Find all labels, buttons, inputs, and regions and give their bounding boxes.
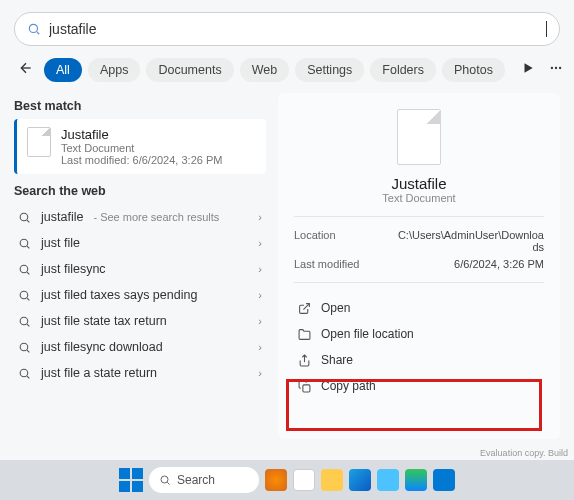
taskbar: Search xyxy=(0,460,574,500)
svg-point-7 xyxy=(20,213,28,221)
tab-photos[interactable]: Photos xyxy=(442,58,505,82)
svg-line-12 xyxy=(27,272,29,274)
chevron-right-icon: › xyxy=(258,211,262,223)
svg-line-25 xyxy=(167,482,169,484)
web-result-text: just file state tax return xyxy=(41,314,167,328)
tab-folders[interactable]: Folders xyxy=(370,58,436,82)
svg-point-15 xyxy=(20,317,28,325)
web-result-text: just filesync download xyxy=(41,340,163,354)
best-match-result[interactable]: Justafile Text Document Last modified: 6… xyxy=(14,119,266,174)
open-icon xyxy=(298,302,311,315)
text-caret xyxy=(546,21,547,37)
file-icon xyxy=(27,127,51,157)
taskbar-search-label: Search xyxy=(177,473,215,487)
web-result[interactable]: just file state tax return› xyxy=(14,308,266,334)
preview-pane: Justafile Text Document Location C:\User… xyxy=(278,93,560,439)
svg-line-1 xyxy=(37,32,40,35)
taskbar-app-icon[interactable] xyxy=(377,469,399,491)
web-result[interactable]: just filesync› xyxy=(14,256,266,282)
search-web-heading: Search the web xyxy=(14,184,266,198)
divider xyxy=(294,216,544,217)
svg-point-24 xyxy=(161,476,168,483)
web-result-text: just filesync xyxy=(41,262,106,276)
chevron-right-icon: › xyxy=(258,263,262,275)
ellipsis-icon xyxy=(549,61,563,75)
back-button[interactable] xyxy=(14,56,38,83)
meta-location: Location C:\Users\AdminUser\Downloads xyxy=(294,229,544,253)
svg-point-11 xyxy=(20,265,28,273)
svg-line-8 xyxy=(27,220,29,222)
search-icon xyxy=(18,263,31,276)
folder-icon xyxy=(298,328,311,341)
search-bar[interactable] xyxy=(14,12,560,46)
action-open-location[interactable]: Open file location xyxy=(294,321,544,347)
best-match-heading: Best match xyxy=(14,99,266,113)
start-button[interactable] xyxy=(119,468,143,492)
taskbar-search[interactable]: Search xyxy=(149,467,259,493)
taskbar-app-icon[interactable] xyxy=(265,469,287,491)
search-icon xyxy=(18,289,31,302)
tab-all[interactable]: All xyxy=(44,58,82,82)
svg-line-21 xyxy=(303,303,309,309)
svg-point-0 xyxy=(29,24,37,32)
chevron-right-icon: › xyxy=(258,367,262,379)
play-icon xyxy=(521,61,535,75)
start-search-panel: All Apps Documents Web Settings Folders … xyxy=(0,0,574,460)
taskbar-store-icon[interactable] xyxy=(405,469,427,491)
web-result[interactable]: just filed taxes says pending› xyxy=(14,282,266,308)
actions-list: Open Open file location Share Copy path xyxy=(294,295,544,399)
web-result[interactable]: justafile- See more search results › xyxy=(14,204,266,230)
results-left-column: Best match Justafile Text Document Last … xyxy=(14,93,266,439)
preview-header: Justafile Text Document xyxy=(294,109,544,204)
svg-point-13 xyxy=(20,291,28,299)
web-result[interactable]: just file› xyxy=(14,230,266,256)
search-icon xyxy=(18,237,31,250)
taskbar-app-icon[interactable] xyxy=(293,469,315,491)
chevron-right-icon: › xyxy=(258,341,262,353)
more-button[interactable] xyxy=(545,57,567,82)
watermark-text: Evaluation copy. Build xyxy=(480,448,568,458)
taskbar-app-icon[interactable] xyxy=(433,469,455,491)
search-input[interactable] xyxy=(49,21,546,37)
search-icon xyxy=(159,474,171,486)
action-share[interactable]: Share xyxy=(294,347,544,373)
search-icon xyxy=(18,211,31,224)
action-label: Open file location xyxy=(321,327,414,341)
web-result[interactable]: just filesync download› xyxy=(14,334,266,360)
taskbar-explorer-icon[interactable] xyxy=(321,469,343,491)
action-copy-path[interactable]: Copy path xyxy=(294,373,544,399)
svg-point-9 xyxy=(20,239,28,247)
result-type: Text Document xyxy=(61,142,222,154)
tab-settings[interactable]: Settings xyxy=(295,58,364,82)
search-icon xyxy=(18,367,31,380)
svg-line-14 xyxy=(27,298,29,300)
web-result-text: just file a state return xyxy=(41,366,157,380)
svg-line-18 xyxy=(27,350,29,352)
action-open[interactable]: Open xyxy=(294,295,544,321)
search-icon xyxy=(27,22,41,36)
meta-modified: Last modified 6/6/2024, 3:26 PM xyxy=(294,258,544,270)
preview-filename: Justafile xyxy=(391,175,446,192)
web-result[interactable]: just file a state return› xyxy=(14,360,266,386)
tab-web[interactable]: Web xyxy=(240,58,289,82)
web-result-text: just filed taxes says pending xyxy=(41,288,197,302)
svg-point-4 xyxy=(551,67,553,69)
result-title: Justafile xyxy=(61,127,222,142)
file-icon xyxy=(397,109,441,165)
tab-apps[interactable]: Apps xyxy=(88,58,141,82)
svg-point-5 xyxy=(555,67,557,69)
preview-filetype: Text Document xyxy=(382,192,455,204)
chevron-right-icon: › xyxy=(258,315,262,327)
tab-documents[interactable]: Documents xyxy=(146,58,233,82)
svg-rect-23 xyxy=(303,384,310,391)
action-label: Open xyxy=(321,301,350,315)
copy-icon xyxy=(298,380,311,393)
filter-tabs-row: All Apps Documents Web Settings Folders … xyxy=(14,56,560,83)
web-result-text: just file xyxy=(41,236,80,250)
taskbar-edge-icon[interactable] xyxy=(349,469,371,491)
meta-value: C:\Users\AdminUser\Downloads xyxy=(394,229,544,253)
chevron-right-icon: › xyxy=(258,237,262,249)
play-button[interactable] xyxy=(517,57,539,82)
search-icon xyxy=(18,315,31,328)
search-icon xyxy=(18,341,31,354)
